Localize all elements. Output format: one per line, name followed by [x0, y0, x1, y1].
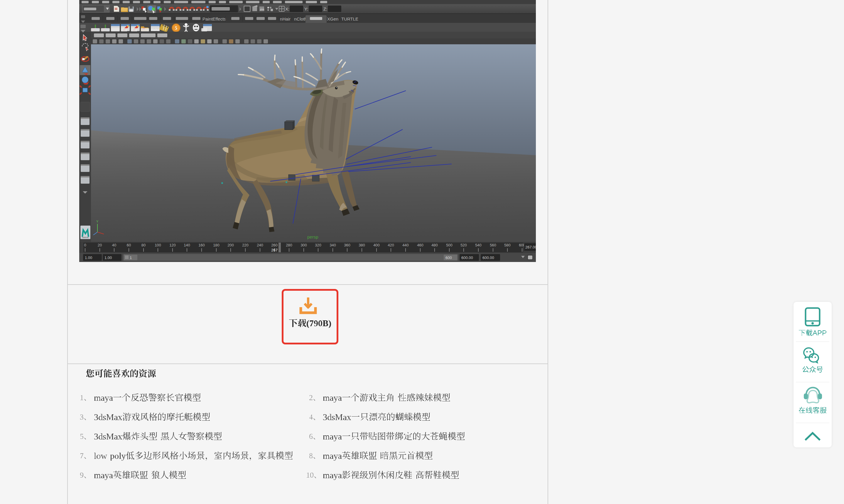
svg-text:TURTLE: TURTLE [341, 16, 358, 21]
svg-text:5: 5 [175, 25, 177, 31]
svg-text:200: 200 [228, 243, 234, 247]
svg-text:XGen: XGen [327, 16, 338, 21]
svg-text:40: 40 [112, 243, 116, 247]
svg-text:60: 60 [127, 243, 131, 247]
svg-text:persp: persp [307, 234, 318, 239]
svg-text:20: 20 [98, 243, 102, 247]
svg-text:260: 260 [271, 243, 277, 247]
svg-text:220: 220 [242, 243, 249, 247]
svg-text:nCloth: nCloth [294, 16, 307, 21]
svg-text:400: 400 [373, 243, 380, 247]
svg-text:300: 300 [301, 243, 307, 247]
svg-text:600: 600 [446, 255, 452, 260]
svg-text:320: 320 [315, 243, 321, 247]
svg-text:Hshd: Hshd [151, 28, 160, 32]
svg-text:340: 340 [329, 243, 336, 247]
svg-text:267.00: 267.00 [525, 245, 536, 249]
svg-text:X:: X: [285, 6, 289, 12]
svg-text:Y: Y [96, 220, 98, 223]
svg-text:1: 1 [130, 255, 132, 260]
svg-text:460: 460 [417, 243, 424, 247]
svg-text:PaintEffects: PaintEffects [202, 16, 226, 21]
svg-text:360: 360 [344, 243, 351, 247]
svg-text:440: 440 [402, 243, 409, 247]
svg-text:160: 160 [198, 243, 205, 247]
svg-text:nHair: nHair [280, 16, 290, 21]
svg-text:580: 580 [504, 243, 510, 247]
svg-text:1.00: 1.00 [105, 255, 112, 260]
svg-text:MAYA: MAYA [82, 236, 89, 239]
svg-text:280: 280 [286, 243, 292, 247]
svg-text:500: 500 [446, 243, 452, 247]
svg-text:600.00: 600.00 [482, 255, 494, 260]
svg-text:0: 0 [84, 243, 86, 247]
svg-text:120: 120 [169, 243, 176, 247]
svg-text:Y:: Y: [304, 6, 308, 12]
svg-text:140: 140 [184, 243, 190, 247]
svg-text:600.00: 600.00 [461, 255, 473, 260]
svg-text:540: 540 [475, 243, 482, 247]
svg-text:180: 180 [213, 243, 219, 247]
svg-text:380: 380 [359, 243, 365, 247]
svg-text:IPR: IPR [260, 8, 265, 11]
svg-text:520: 520 [461, 243, 467, 247]
svg-text:Z:: Z: [323, 6, 327, 12]
svg-text:267: 267 [271, 248, 277, 252]
svg-text:480: 480 [431, 243, 438, 247]
svg-text:1.00: 1.00 [85, 255, 92, 260]
svg-text:420: 420 [388, 243, 394, 247]
svg-text:100: 100 [155, 243, 161, 247]
svg-text:240: 240 [257, 243, 263, 247]
svg-text:560: 560 [490, 243, 496, 247]
svg-text:80: 80 [141, 243, 146, 247]
